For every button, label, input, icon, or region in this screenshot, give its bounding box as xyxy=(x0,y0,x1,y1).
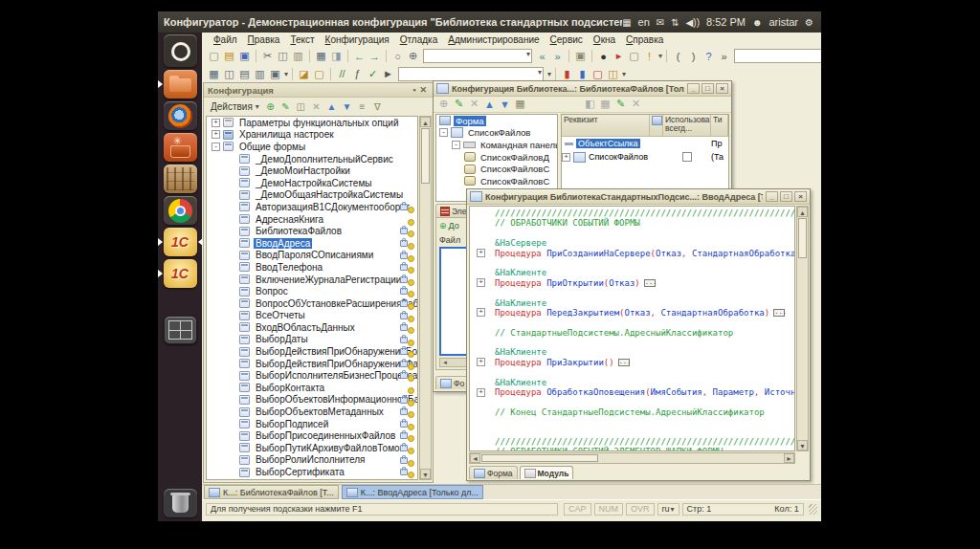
add-icon[interactable]: ⊕ xyxy=(264,100,277,113)
minimize-icon[interactable]: _ xyxy=(766,191,778,202)
sync-arrows-icon[interactable]: ⇅ xyxy=(671,17,679,28)
tree-item[interactable]: +Хранилища настроек xyxy=(207,129,417,142)
move-down-icon[interactable]: ▼ xyxy=(341,100,353,113)
go-back-icon[interactable]: « xyxy=(535,49,549,63)
keyboard-icon[interactable]: ▦ xyxy=(622,17,631,28)
collapse-icon[interactable]: + xyxy=(477,358,485,366)
1c-enterprise-2-icon[interactable]: 1С xyxy=(164,259,197,288)
scroll-down-icon[interactable]: ▼ xyxy=(797,440,808,450)
undo-icon[interactable]: ← xyxy=(352,49,367,63)
files-icon[interactable] xyxy=(164,70,197,99)
tab-Форма[interactable]: Форма xyxy=(469,466,518,479)
proc-end-icon[interactable]: ) xyxy=(686,49,701,63)
tree-item[interactable]: ВыборСертификата xyxy=(207,466,417,478)
add-attribute-icon[interactable]: ◧ xyxy=(583,97,597,111)
bookmark-red-icon[interactable]: ▮ xyxy=(560,67,574,81)
trash-icon[interactable] xyxy=(164,489,197,517)
function-icon[interactable]: ƒ xyxy=(350,67,365,81)
move-up-icon[interactable]: ▲ xyxy=(325,100,338,113)
window-tab[interactable]: К...: БиблиотекаФайлов [Т... xyxy=(204,485,339,499)
tree-item[interactable]: АдреснаяКнига xyxy=(207,213,417,226)
scroll-thumb[interactable] xyxy=(481,454,598,462)
language-select[interactable]: ru▾ xyxy=(657,503,679,516)
tree-item[interactable]: _ДемоМоиНастройки xyxy=(207,165,417,177)
start-debug-icon[interactable]: ▸ xyxy=(612,49,626,63)
table-row[interactable]: ОбъектСсылкаПр xyxy=(562,137,728,150)
code-editor[interactable]: ////////////////////////////////////////… xyxy=(469,206,795,451)
bookmark-blue-icon[interactable]: ▮ xyxy=(575,67,590,81)
menu-Сервис[interactable]: Сервис xyxy=(550,34,583,45)
template-icon[interactable]: ▢ xyxy=(627,49,641,63)
use-always-checkbox[interactable] xyxy=(682,152,692,162)
column-header[interactable]: Ти xyxy=(711,115,728,136)
menu-Отладка[interactable]: Отладка xyxy=(400,34,438,45)
delete-icon[interactable]: ✕ xyxy=(629,97,643,111)
properties-icon[interactable]: ▦ xyxy=(513,97,527,111)
syntax-check-icon[interactable]: ✓ xyxy=(366,67,380,81)
form-tree-item[interactable]: СписокФайловД xyxy=(436,151,557,164)
actions-menu-button[interactable]: Действия▾ xyxy=(208,100,262,113)
minimize-icon[interactable]: _ xyxy=(687,83,700,94)
form-tree-item[interactable]: СписокФайловС xyxy=(436,175,557,187)
window2-titlebar[interactable]: Конфигурация БиблиотекаСтандартныхПодсис… xyxy=(467,189,810,205)
edit-icon[interactable]: ✎ xyxy=(452,97,466,111)
expander-icon[interactable]: + xyxy=(212,130,220,139)
warning-icon[interactable]: ! xyxy=(642,49,657,63)
tree-item[interactable]: ВыборПодписей xyxy=(207,418,417,430)
collapse-icon[interactable]: + xyxy=(477,278,485,287)
tree-item[interactable]: ВыборДаты xyxy=(207,334,417,346)
expander-icon[interactable]: - xyxy=(452,141,460,149)
pin-icon[interactable]: ▪ xyxy=(411,85,417,95)
collapse-icon[interactable]: + xyxy=(477,308,485,317)
software-center-icon[interactable] xyxy=(164,133,197,162)
tree-item[interactable]: -Общие формы xyxy=(207,141,417,153)
tree-item[interactable]: ВыборДействияПриОбнаруженииБолееН... xyxy=(207,345,417,358)
mail-icon[interactable]: ✉ xyxy=(657,17,664,28)
save-document-icon[interactable]: ▣ xyxy=(237,49,252,63)
find-icon[interactable]: ○ xyxy=(390,49,405,63)
workspace-switcher-icon[interactable] xyxy=(164,316,197,344)
menu-Справка[interactable]: Справка xyxy=(626,34,663,45)
tree-item[interactable]: БиблиотекаФайлов xyxy=(207,225,417,237)
grid-icon[interactable]: ▦ xyxy=(207,67,221,81)
pages-icon[interactable]: ◫ xyxy=(606,67,620,81)
tree-item[interactable]: ВыборОбъектовМетаданных xyxy=(207,406,417,418)
configuration-tree-scrollbar[interactable]: ▲ ▼ xyxy=(419,116,432,480)
add-button[interactable]: ⊕До xyxy=(439,221,459,231)
tree-item[interactable]: ВключениеЖурналаРегистрации xyxy=(207,274,417,286)
tree-item[interactable]: ВыборКонтакта xyxy=(207,382,417,394)
window1-titlebar[interactable]: Конфигурация Библиотека...: БиблиотекаФа… xyxy=(434,81,731,97)
tree-item[interactable]: ВопросОбУстановкеРасширенияРаботы... xyxy=(207,297,417,310)
copy-icon[interactable]: ◫ xyxy=(295,100,307,113)
tree-item[interactable]: ВводТелефона xyxy=(207,261,417,274)
move-down-icon[interactable]: ▼ xyxy=(498,97,512,111)
sort-icon[interactable]: ≡ xyxy=(356,100,368,113)
tree-item[interactable]: ВводПароляСОписаниями xyxy=(207,250,417,262)
picture-icon[interactable]: ▥ xyxy=(253,67,267,81)
collapse-icon[interactable]: + xyxy=(477,388,485,397)
close-icon[interactable]: ✕ xyxy=(417,85,429,95)
tree-item[interactable]: ВходВОбластьДанных xyxy=(207,321,417,334)
1c-enterprise-icon[interactable]: 1С xyxy=(164,228,197,256)
code-vscrollbar[interactable]: ▲ ▼ xyxy=(796,206,809,451)
dropdown-icon[interactable]: ▾ xyxy=(658,52,662,60)
scroll-thumb[interactable] xyxy=(798,218,807,258)
expander-icon[interactable]: + xyxy=(562,153,570,162)
tree-item[interactable]: ВыборПутиКАрхивуФайловТомов xyxy=(207,442,417,454)
form-icon[interactable]: ◫ xyxy=(222,67,236,81)
tree-item[interactable]: +Параметры функциональных опций xyxy=(207,117,417,129)
scroll-left-icon[interactable]: ◄ xyxy=(470,453,480,463)
go-forward-icon[interactable]: » xyxy=(550,49,565,63)
menu-Конфигурация[interactable]: Конфигурация xyxy=(325,34,390,45)
window-tab[interactable]: К...: ВводАдреса [Только дл... xyxy=(342,485,483,499)
configuration-tree[interactable]: +Параметры функциональных опций+Хранилищ… xyxy=(206,116,418,480)
filter-icon[interactable]: ∇ xyxy=(371,100,384,113)
module-icon[interactable]: ▣ xyxy=(268,67,282,81)
dropdown-icon[interactable]: ▾ xyxy=(622,70,626,78)
expander-icon[interactable]: + xyxy=(212,119,220,127)
maximize-icon[interactable]: □ xyxy=(702,83,714,94)
tree-item[interactable]: ВыборДействияПриОбнаруженииФайлаД... xyxy=(207,358,417,370)
delete-icon[interactable]: ✕ xyxy=(467,97,481,111)
menu-Текст[interactable]: Текст xyxy=(290,34,314,45)
form-tree-item[interactable]: -СписокФайлов xyxy=(436,127,557,140)
